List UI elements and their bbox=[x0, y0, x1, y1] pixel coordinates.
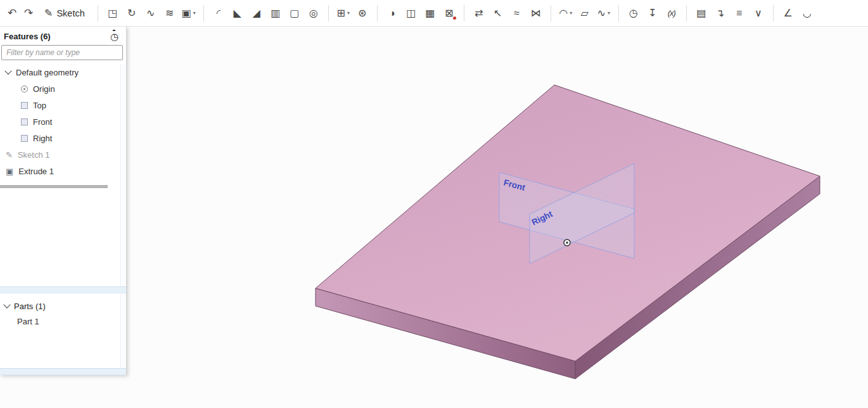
boolean-icon[interactable]: ◑ bbox=[385, 4, 400, 23]
mirror-icon[interactable]: ⋈ bbox=[528, 4, 544, 23]
plane-icon[interactable]: ▱ bbox=[577, 4, 592, 23]
parts-scrollbar[interactable] bbox=[120, 293, 126, 368]
features-title: Features (6) bbox=[4, 32, 51, 41]
rollback-bar[interactable] bbox=[0, 185, 108, 188]
redo-icon[interactable]: ↷ bbox=[20, 4, 37, 22]
section-view-icon[interactable]: ◡ bbox=[800, 4, 815, 23]
extrude1-label: Extrude 1 bbox=[18, 167, 54, 176]
draft-icon[interactable]: ◢ bbox=[249, 4, 264, 23]
delete-accent-dot bbox=[453, 16, 456, 20]
part1-label: Part 1 bbox=[17, 317, 39, 326]
extrude-feature-icon: ▣ bbox=[6, 167, 13, 175]
plane-icon bbox=[21, 118, 28, 125]
right-plane-label: Right bbox=[33, 134, 52, 143]
parts-header[interactable]: Parts (1) bbox=[0, 298, 126, 314]
hole-icon[interactable]: ◎ bbox=[306, 4, 321, 23]
chevron-down-icon[interactable]: ▾ bbox=[570, 10, 572, 16]
viewport-canvas[interactable]: Front Right bbox=[0, 27, 868, 408]
features-header: Features (6) ◷ bbox=[0, 27, 126, 45]
origin-icon bbox=[21, 86, 28, 92]
split-icon[interactable]: ◫ bbox=[404, 4, 419, 23]
tree-item-front-plane[interactable]: Front bbox=[0, 113, 126, 130]
plane-icon bbox=[21, 135, 28, 142]
chevron-down-icon[interactable]: ▾ bbox=[193, 10, 196, 16]
toolbar-divider bbox=[328, 5, 329, 22]
part-studio-toolbar: ↶ ↷ ✎ Sketch ◳↻∿≋▣▾◜◣◢▥▢◎⊞▾⊛◑◫▦⊠⇄↖≈⋈◠▾▱∿… bbox=[0, 0, 868, 27]
tree-item-origin[interactable]: Origin bbox=[0, 80, 126, 97]
configurations-icon[interactable]: ≡ bbox=[732, 4, 747, 23]
pencil-icon: ✎ bbox=[6, 151, 13, 159]
toolbar-tools-group: ◳↻∿≋▣▾◜◣◢▥▢◎⊞▾⊛◑◫▦⊠⇄↖≈⋈◠▾▱∿▾◷↧(x)▤↴≡∨∠◡ bbox=[103, 4, 817, 23]
features-horizontal-scrollbar[interactable] bbox=[0, 286, 126, 293]
features-tree: Default geometry Origin Top Front Right … bbox=[0, 64, 126, 286]
shell-icon[interactable]: ▢ bbox=[287, 4, 302, 23]
loft-icon[interactable]: ≋ bbox=[162, 4, 177, 23]
parts-title: Parts (1) bbox=[14, 302, 46, 311]
chamfer-icon[interactable]: ◣ bbox=[230, 4, 245, 23]
list-item-part1[interactable]: Part 1 bbox=[0, 314, 126, 329]
chevron-down-icon[interactable] bbox=[4, 67, 11, 74]
tree-item-sketch1[interactable]: ✎ Sketch 1 bbox=[0, 146, 126, 163]
fillet-icon[interactable]: ◜ bbox=[211, 4, 226, 23]
chevron-down-icon[interactable]: ▾ bbox=[347, 10, 350, 16]
pencil-icon: ✎ bbox=[44, 7, 53, 19]
undo-icon[interactable]: ↶ bbox=[4, 4, 20, 22]
import-icon[interactable]: ↧ bbox=[645, 4, 660, 23]
revolve-icon[interactable]: ↻ bbox=[124, 4, 139, 23]
chevron-down-icon[interactable]: ▾ bbox=[608, 10, 610, 16]
delete-part-icon[interactable]: ⊠ bbox=[442, 4, 457, 23]
toolbar-divider bbox=[203, 5, 204, 22]
sweep-icon[interactable]: ∿ bbox=[143, 4, 158, 23]
toolbar-divider bbox=[551, 5, 551, 22]
extrude-icon[interactable]: ◳ bbox=[105, 4, 120, 23]
sketch-button[interactable]: ✎ Sketch bbox=[37, 4, 93, 23]
features-scrollbar[interactable] bbox=[120, 64, 126, 286]
front-plane-label: Front bbox=[33, 117, 52, 127]
stopwatch-icon[interactable]: ◷ bbox=[110, 32, 118, 41]
derived-icon[interactable]: ↴ bbox=[713, 4, 728, 23]
chevron-down-icon[interactable] bbox=[3, 301, 10, 308]
sketch-button-label: Sketch bbox=[56, 8, 84, 18]
tree-item-right-plane[interactable]: Right bbox=[0, 130, 126, 146]
tree-item-top-plane[interactable]: Top bbox=[0, 97, 126, 113]
custom-features-icon[interactable]: ▤ bbox=[694, 4, 709, 23]
thicken-icon[interactable]: ▣▾ bbox=[181, 4, 196, 23]
origin-marker[interactable] bbox=[564, 239, 570, 246]
top-plane-label: Top bbox=[33, 101, 46, 110]
offset-surface-icon[interactable]: ≈ bbox=[509, 4, 525, 23]
measure-icon[interactable]: ∠ bbox=[781, 4, 796, 23]
tree-item-default-geometry[interactable]: Default geometry bbox=[0, 64, 126, 80]
surface-icon[interactable]: ◠▾ bbox=[558, 4, 573, 23]
parts-panel: Parts (1) Part 1 bbox=[0, 293, 126, 368]
curve-icon[interactable]: ∿▾ bbox=[596, 4, 611, 23]
filter-input[interactable] bbox=[1, 45, 123, 60]
transform-icon[interactable]: ⇄ bbox=[471, 4, 487, 23]
graphics-area[interactable]: Front Right bbox=[0, 27, 868, 408]
circular-pattern-icon[interactable]: ⊛ bbox=[355, 4, 370, 23]
sketch1-label: Sketch 1 bbox=[18, 150, 50, 160]
toolbar-divider bbox=[464, 5, 464, 22]
rib-icon[interactable]: ▥ bbox=[268, 4, 283, 23]
history-icon[interactable]: ◷ bbox=[626, 4, 641, 23]
appearance-icon[interactable]: ∨ bbox=[751, 4, 766, 23]
plane-icon bbox=[21, 102, 28, 109]
toolbar-divider bbox=[377, 5, 378, 22]
toolbar-divider bbox=[98, 5, 98, 22]
default-geometry-label: Default geometry bbox=[16, 68, 79, 77]
move-face-icon[interactable]: ↖ bbox=[490, 4, 506, 23]
toolbar-divider bbox=[618, 5, 619, 22]
toolbar-divider bbox=[686, 5, 687, 22]
enclose-icon[interactable]: ▦ bbox=[423, 4, 438, 23]
feature-tree-panel: Features (6) ◷ Default geometry Origin T… bbox=[0, 27, 127, 375]
parts-horizontal-scrollbar[interactable] bbox=[0, 368, 126, 375]
origin-label: Origin bbox=[33, 84, 55, 94]
variable-icon[interactable]: (x) bbox=[664, 4, 679, 23]
linear-pattern-icon[interactable]: ⊞▾ bbox=[336, 4, 351, 23]
tree-item-extrude1[interactable]: ▣ Extrude 1 bbox=[0, 163, 126, 179]
toolbar-divider bbox=[773, 5, 774, 22]
